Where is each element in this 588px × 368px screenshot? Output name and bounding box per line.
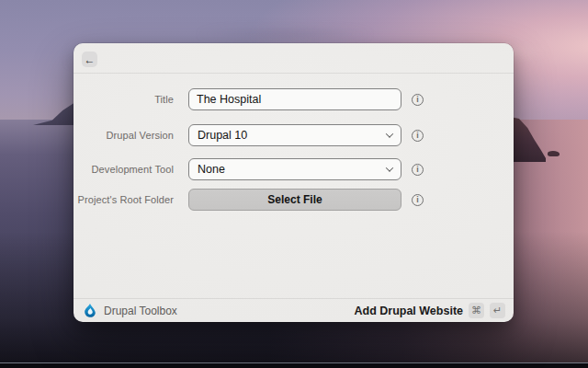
return-key-icon: ↵ <box>490 303 505 318</box>
development-tool-label: Development Tool <box>74 164 174 175</box>
drupal-version-dropdown[interactable]: Drupal 10 <box>188 124 401 146</box>
root-folder-label: Project's Root Folder <box>74 194 174 205</box>
info-icon[interactable]: i <box>412 94 424 106</box>
drupal-version-value: Drupal 10 <box>198 129 387 142</box>
window-footer: Drupal Toolbox Add Drupal Website ⌘ ↵ <box>74 298 514 322</box>
wallpaper-bottom-edge <box>0 362 588 368</box>
select-file-label: Select File <box>267 193 322 206</box>
form-row-drupal-version: Drupal Version Drupal 10 i <box>74 124 514 146</box>
form-row-root-folder: Project's Root Folder Select File i <box>74 189 514 211</box>
title-input[interactable] <box>188 88 401 110</box>
info-icon[interactable]: i <box>412 130 424 142</box>
info-icon[interactable]: i <box>412 164 424 176</box>
drupal-logo-icon <box>84 304 96 317</box>
wallpaper-rock <box>548 151 560 156</box>
command-key-icon: ⌘ <box>469 303 484 318</box>
info-icon[interactable]: i <box>412 194 424 206</box>
form-row-development-tool: Development Tool None i <box>74 158 514 180</box>
development-tool-value: None <box>198 163 387 176</box>
window-header: ← <box>74 43 514 74</box>
title-label: Title <box>74 94 174 105</box>
select-file-button[interactable]: Select File <box>188 189 401 211</box>
drupal-toolbox-window: ← Title i Drupal Version Drupal 10 i Dev… <box>74 43 514 322</box>
footer-branding: Drupal Toolbox <box>84 304 177 317</box>
form-row-title: Title i <box>74 88 514 110</box>
back-arrow-icon: ← <box>85 54 96 65</box>
add-drupal-website-button[interactable]: Add Drupal Website <box>354 305 463 317</box>
cloud <box>156 24 413 44</box>
development-tool-dropdown[interactable]: None <box>188 158 401 180</box>
footer-action: Add Drupal Website ⌘ ↵ <box>354 303 505 318</box>
back-button[interactable]: ← <box>82 52 97 67</box>
chevron-down-icon <box>386 130 393 137</box>
drupal-version-label: Drupal Version <box>74 130 174 141</box>
chevron-down-icon <box>386 164 393 171</box>
app-name: Drupal Toolbox <box>104 305 177 317</box>
